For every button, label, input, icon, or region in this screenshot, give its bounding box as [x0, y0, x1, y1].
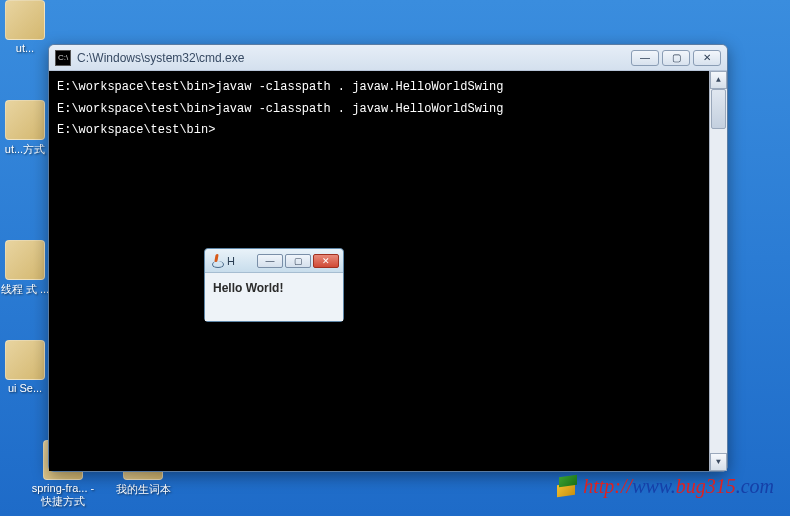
- minimize-button[interactable]: —: [631, 50, 659, 66]
- swing-window[interactable]: H — ▢ ✕ Hello World!: [204, 248, 344, 322]
- cmd-icon: C:\: [55, 50, 71, 66]
- icon-label: ui Se...: [8, 382, 42, 394]
- cmd-terminal[interactable]: E:\workspace\test\bin>javaw -classpath .…: [49, 71, 727, 471]
- book-icon: [557, 478, 579, 496]
- icon-label: 线程 式 ...: [1, 283, 49, 295]
- scroll-up-button[interactable]: ▲: [710, 71, 727, 89]
- desktop-icon[interactable]: 线程 式 ...: [0, 240, 50, 297]
- swing-title: H: [227, 255, 257, 267]
- app-icon: [5, 240, 45, 280]
- icon-label: 我的生词本: [116, 483, 171, 495]
- watermark-text: http://www.bug315.com: [583, 475, 774, 498]
- desktop-icon[interactable]: ut...: [0, 0, 50, 54]
- app-icon: [5, 0, 45, 40]
- scroll-track[interactable]: [710, 89, 727, 453]
- scroll-down-button[interactable]: ▼: [710, 453, 727, 471]
- terminal-line: E:\workspace\test\bin>javaw -classpath .…: [57, 77, 699, 99]
- icon-label: spring-fra... - 快捷方式: [32, 482, 94, 507]
- java-icon: [211, 254, 223, 268]
- cmd-title: C:\Windows\system32\cmd.exe: [77, 51, 628, 65]
- desktop-icon[interactable]: ut...方式: [0, 100, 50, 157]
- terminal-line: E:\workspace\test\bin>: [57, 120, 699, 142]
- minimize-button[interactable]: —: [257, 254, 283, 268]
- scroll-thumb[interactable]: [711, 89, 726, 129]
- scrollbar[interactable]: ▲ ▼: [709, 71, 727, 471]
- swing-content: Hello World!: [205, 273, 343, 321]
- watermark: http://www.bug315.com: [557, 475, 774, 498]
- icon-label: ut...: [16, 42, 34, 54]
- app-icon: [5, 100, 45, 140]
- maximize-button[interactable]: ▢: [285, 254, 311, 268]
- cmd-titlebar[interactable]: C:\ C:\Windows\system32\cmd.exe — ▢ ✕: [49, 45, 727, 71]
- close-button[interactable]: ✕: [693, 50, 721, 66]
- app-icon: [5, 340, 45, 380]
- desktop-icon[interactable]: ui Se...: [0, 340, 50, 394]
- cmd-window[interactable]: C:\ C:\Windows\system32\cmd.exe — ▢ ✕ E:…: [48, 44, 728, 472]
- swing-titlebar[interactable]: H — ▢ ✕: [205, 249, 343, 273]
- terminal-line: E:\workspace\test\bin>javaw -classpath .…: [57, 99, 699, 121]
- icon-label: ut...方式: [5, 143, 45, 155]
- maximize-button[interactable]: ▢: [662, 50, 690, 66]
- close-button[interactable]: ✕: [313, 254, 339, 268]
